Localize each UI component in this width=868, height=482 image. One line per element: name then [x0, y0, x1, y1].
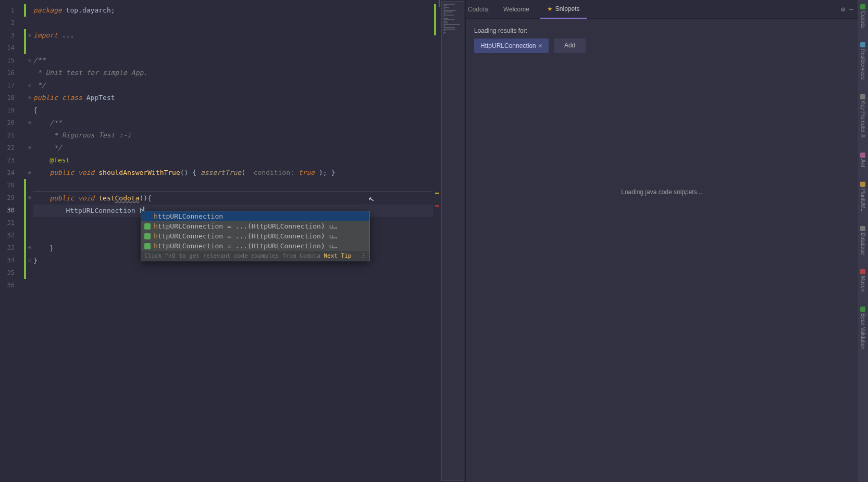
codota-icon — [144, 243, 151, 249]
fold-icon[interactable]: ⊖ — [26, 142, 33, 154]
codota-panel: Codota: Welcome ★Snippets ⚙ — Loading re… — [465, 0, 858, 482]
line-number: 29 — [0, 192, 24, 204]
tab-snippets[interactable]: ★Snippets — [540, 0, 587, 19]
toolbar-item-beanvalidation[interactable]: Bean Validation — [860, 307, 866, 349]
codota-icon — [144, 233, 151, 239]
more-icon[interactable]: ⋮ — [361, 252, 366, 259]
line-number: 1 — [0, 4, 24, 17]
gutter: 1 2 3 14 15 16 17 18 19 20 21 22 23 24 2… — [0, 0, 24, 482]
line-number: 30 — [0, 204, 24, 217]
line-number: 18 — [0, 92, 24, 104]
line-number: 22 — [0, 142, 24, 154]
line-number: 2 — [0, 17, 24, 29]
line-number: 31 — [0, 217, 24, 229]
fold-icon[interactable]: ⊕ — [26, 167, 33, 179]
line-number: 14 — [0, 42, 24, 54]
add-button[interactable]: Add — [554, 39, 586, 53]
fold-icon[interactable]: ⊖ — [26, 117, 33, 129]
line-number: 33 — [0, 242, 24, 254]
fold-icon[interactable]: ⊖ — [26, 92, 33, 104]
line-number: 24 — [0, 167, 24, 179]
gear-icon[interactable]: ⚙ — [841, 5, 845, 13]
line-number: 17 — [0, 79, 24, 92]
line-number: 16 — [0, 67, 24, 79]
toolbar-item-maven[interactable]: Maven — [860, 269, 866, 291]
toolbar-item-ant[interactable]: Ant — [860, 153, 866, 167]
codota-icon — [144, 223, 151, 230]
line-number: 3 — [0, 29, 24, 42]
loading-message: Loading java code snippets... — [474, 188, 849, 196]
tab-welcome[interactable]: Welcome — [496, 0, 537, 19]
line-number: 20 — [0, 117, 24, 129]
line-number: 15 — [0, 54, 24, 67]
minimap[interactable] — [441, 1, 464, 481]
next-tip-link[interactable]: Next Tip — [324, 252, 351, 259]
line-number: 21 — [0, 129, 24, 142]
search-tag[interactable]: HttpURLConnection× — [474, 39, 549, 53]
toolbar-item-restservices[interactable]: RestServices — [860, 42, 866, 80]
fold-icon[interactable]: ⊖ — [26, 242, 33, 254]
toolbar-item-plantuml[interactable]: PlantUML — [860, 182, 866, 211]
fold-icon[interactable]: ⊖ — [26, 254, 33, 267]
line-number: 32 — [0, 229, 24, 242]
autocomplete-item[interactable]: httpURLConnection — [141, 211, 369, 221]
line-number: 35 — [0, 267, 24, 279]
minimize-icon[interactable]: — — [849, 5, 853, 13]
toolbar-item-codota[interactable]: Codota — [860, 4, 866, 28]
error-stripe[interactable] — [433, 0, 440, 482]
line-number: 23 — [0, 154, 24, 167]
remove-tag-icon[interactable]: × — [538, 42, 542, 50]
autocomplete-footer: Click ^⇧O to get relevant code examples … — [141, 251, 369, 261]
line-number: 28 — [0, 179, 24, 192]
fold-icon[interactable]: ⊖ — [26, 54, 33, 67]
fold-icon[interactable]: ⊕ — [26, 29, 33, 42]
line-number: 34 — [0, 254, 24, 267]
line-number: 19 — [0, 104, 24, 117]
toolbar-item-keypromoter[interactable]: Key Promoter X — [860, 94, 866, 138]
fold-icon[interactable]: ⊖ — [26, 192, 33, 204]
fold-icon[interactable]: ⊖ — [26, 79, 33, 92]
fold-column: ⊕ ⊖ ⊖ ⊖ ⊖ ⊖ ⊕ ⊖ ⊖ ⊖ — [26, 0, 33, 482]
autocomplete-item[interactable]: httpURLConnection = ...(HttpURLConnectio… — [141, 221, 369, 231]
line-number: 36 — [0, 279, 24, 291]
loading-label: Loading results for: — [474, 27, 849, 34]
autocomplete-item[interactable]: httpURLConnection = ...(HttpURLConnectio… — [141, 231, 369, 241]
right-toolbar: Codota RestServices Key Promoter X Ant P… — [858, 0, 868, 482]
panel-label: Codota: — [468, 6, 493, 13]
star-icon: ★ — [547, 0, 553, 18]
autocomplete-popup[interactable]: httpURLConnection httpURLConnection = ..… — [141, 211, 370, 261]
panel-tabs: Codota: Welcome ★Snippets ⚙ — — [466, 0, 858, 19]
toolbar-item-database[interactable]: Database — [860, 226, 866, 255]
autocomplete-item[interactable]: httpURLConnection = ...(HttpURLConnectio… — [141, 241, 369, 251]
code-editor[interactable]: 1 2 3 14 15 16 17 18 19 20 21 22 23 24 2… — [0, 0, 440, 482]
